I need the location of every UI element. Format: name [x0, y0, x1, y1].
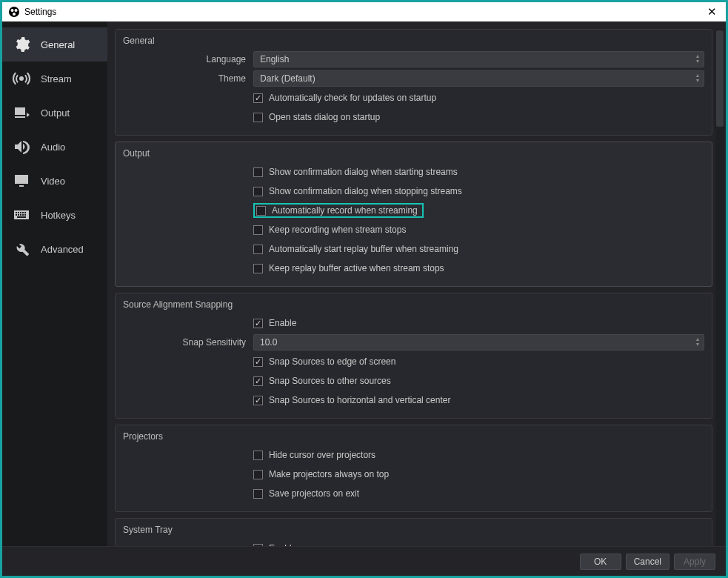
confirm-stop-label: Show confirmation dialog when stopping s… — [269, 186, 462, 196]
always-top-label: Make projectors always on top — [269, 469, 389, 479]
antenna-icon — [13, 70, 30, 87]
open-stats-label: Open stats dialog on startup — [269, 112, 380, 122]
sidebar-item-label: Output — [41, 107, 70, 119]
theme-label: Theme — [123, 73, 253, 84]
sidebar-item-audio[interactable]: Audio — [2, 130, 107, 164]
group-title: Source Alignment Snapping — [123, 299, 704, 310]
snap-sensitivity-input[interactable]: 10.0 ▴▾ — [253, 334, 704, 351]
save-exit-label: Save projectors on exit — [269, 488, 359, 499]
check-updates-checkbox[interactable] — [253, 93, 263, 103]
output-icon — [13, 104, 30, 122]
app-icon — [8, 6, 20, 18]
snap-edge-label: Snap Sources to edge of screen — [269, 356, 395, 367]
hide-cursor-checkbox[interactable] — [253, 451, 263, 460]
group-title: Projectors — [123, 431, 704, 442]
updown-icon: ▴▾ — [696, 336, 699, 347]
updown-icon: ▴▾ — [696, 53, 699, 64]
save-exit-checkbox[interactable] — [253, 489, 263, 499]
titlebar: Settings ✕ — [2, 2, 726, 21]
scrollbar[interactable] — [715, 29, 724, 546]
content-area: General Stream Output Audio — [2, 21, 726, 546]
auto-replay-checkbox[interactable] — [253, 245, 263, 254]
group-output: Output Show confirmation dialog when sta… — [115, 142, 712, 287]
hide-cursor-label: Hide cursor over projectors — [269, 450, 375, 460]
apply-button[interactable]: Apply — [674, 554, 715, 570]
confirm-start-checkbox[interactable] — [253, 167, 263, 177]
settings-window: Settings ✕ General Stream Output — [2, 2, 726, 576]
snap-edge-checkbox[interactable] — [253, 357, 263, 367]
group-general: General Language English ▴▾ Theme — [115, 29, 712, 136]
sidebar-item-label: Stream — [41, 73, 72, 84]
sidebar-item-label: Audio — [41, 142, 65, 153]
auto-record-checkbox[interactable] — [256, 206, 266, 216]
check-updates-label: Automatically check for updates on start… — [269, 93, 436, 103]
language-label: Language — [123, 54, 253, 64]
keep-recording-label: Keep recording when stream stops — [269, 225, 406, 235]
confirm-start-label: Show confirmation dialog when starting s… — [269, 167, 458, 177]
sidebar-item-stream[interactable]: Stream — [2, 62, 107, 96]
footer: OK Cancel Apply — [2, 546, 726, 576]
snap-other-label: Snap Sources to other sources — [269, 376, 391, 386]
snap-center-label: Snap Sources to horizontal and vertical … — [269, 395, 450, 405]
tools-icon — [13, 240, 30, 258]
snap-center-checkbox[interactable] — [253, 396, 263, 405]
sidebar-item-label: Hotkeys — [41, 210, 76, 221]
sidebar-item-hotkeys[interactable]: Hotkeys — [2, 198, 107, 232]
group-systray: System Tray Enable Minimize to system tr… — [115, 518, 712, 546]
window-title: Settings — [24, 7, 56, 17]
sidebar-item-video[interactable]: Video — [2, 164, 107, 198]
ok-button[interactable]: OK — [580, 554, 621, 570]
gear-icon — [13, 36, 30, 53]
keyboard-icon — [13, 206, 30, 224]
sidebar-item-label: General — [41, 39, 75, 50]
always-top-checkbox[interactable] — [253, 470, 263, 479]
auto-replay-label: Automatically start replay buffer when s… — [269, 244, 458, 254]
sidebar-item-label: Video — [41, 176, 65, 187]
theme-select[interactable]: Dark (Default) ▴▾ — [253, 70, 704, 87]
confirm-stop-checkbox[interactable] — [253, 187, 263, 196]
close-icon[interactable]: ✕ — [704, 5, 720, 19]
group-projectors: Projectors Hide cursor over projectors M… — [115, 425, 712, 512]
svg-point-2 — [15, 9, 18, 12]
auto-record-highlight: Automatically record when streaming — [253, 203, 424, 218]
auto-record-label: Automatically record when streaming — [272, 205, 418, 216]
snap-enable-checkbox[interactable] — [253, 319, 263, 328]
svg-point-1 — [11, 9, 14, 12]
snap-enable-label: Enable — [269, 318, 296, 328]
settings-scroll: General Language English ▴▾ Theme — [115, 29, 715, 546]
group-title: System Tray — [123, 525, 704, 535]
sidebar-item-label: Advanced — [41, 244, 84, 255]
cancel-button[interactable]: Cancel — [626, 554, 669, 570]
group-title: Output — [123, 148, 704, 159]
sidebar-item-general[interactable]: General — [2, 27, 107, 62]
scrollbar-thumb[interactable] — [716, 30, 724, 127]
open-stats-checkbox[interactable] — [253, 113, 263, 122]
group-title: General — [123, 36, 704, 46]
updown-icon: ▴▾ — [696, 73, 699, 83]
keep-recording-checkbox[interactable] — [253, 225, 263, 235]
main-panel: General Language English ▴▾ Theme — [107, 21, 726, 546]
sidebar-item-output[interactable]: Output — [2, 96, 107, 130]
keep-replay-label: Keep replay buffer active when stream st… — [269, 263, 444, 273]
snap-sensitivity-label: Snap Sensitivity — [123, 337, 253, 348]
speaker-icon — [13, 138, 30, 156]
monitor-icon — [13, 172, 30, 190]
snap-other-checkbox[interactable] — [253, 376, 263, 386]
sidebar: General Stream Output Audio — [2, 21, 107, 546]
group-snapping: Source Alignment Snapping Enable Snap Se… — [115, 293, 712, 419]
keep-replay-checkbox[interactable] — [253, 264, 263, 273]
sidebar-item-advanced[interactable]: Advanced — [2, 232, 107, 266]
language-select[interactable]: English ▴▾ — [253, 51, 704, 67]
svg-point-3 — [13, 13, 16, 16]
